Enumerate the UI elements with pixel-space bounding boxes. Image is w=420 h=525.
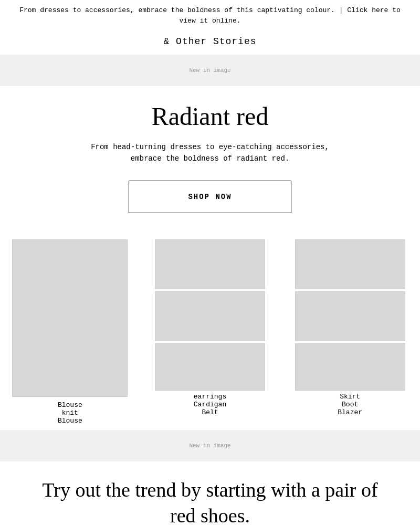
trend-section: Try out the trend by starting with a pai… bbox=[0, 461, 420, 525]
product-label-blouse: Blouse knit Blouse bbox=[58, 401, 82, 425]
product-col-2: earrings Cardigan Belt bbox=[140, 239, 280, 425]
new-in-label-2: New in image bbox=[189, 443, 230, 449]
hero-title: Radiant red bbox=[32, 102, 388, 131]
hero-section: Radiant red From head-turning dresses to… bbox=[0, 86, 420, 234]
product-label-skirt: Skirt Boot Blazer bbox=[338, 393, 362, 416]
top-banner: From dresses to accessories, embrace the… bbox=[0, 0, 420, 31]
new-in-label-1: New in image bbox=[189, 67, 230, 74]
banner-text: From dresses to accessories, embrace the… bbox=[19, 6, 335, 14]
logo-text: & Other Stories bbox=[163, 36, 256, 47]
product-label-earrings: earrings Cardigan Belt bbox=[194, 393, 226, 416]
new-in-banner-1: New in image bbox=[0, 55, 420, 86]
product-col-1: Blouse knit Blouse bbox=[0, 239, 140, 425]
trend-title: Try out the trend by starting with a pai… bbox=[32, 477, 388, 525]
product-tall-img-1[interactable] bbox=[12, 239, 128, 397]
product-img-boot[interactable] bbox=[295, 291, 405, 341]
logo-section: & Other Stories bbox=[0, 31, 420, 55]
banner-separator: | bbox=[339, 6, 348, 14]
product-img-belt[interactable] bbox=[155, 343, 265, 391]
shop-now-button[interactable]: SHOP NOW bbox=[129, 181, 291, 213]
product-img-cardigan[interactable] bbox=[155, 291, 265, 341]
hero-desc-line1: From head-turning dresses to eye-catchin… bbox=[91, 143, 329, 151]
product-img-blazer[interactable] bbox=[295, 343, 405, 391]
product-img-skirt[interactable] bbox=[295, 239, 405, 289]
product-col-3: Skirt Boot Blazer bbox=[280, 239, 420, 425]
hero-description: From head-turning dresses to eye-catchin… bbox=[32, 141, 388, 165]
new-in-banner-2: New in image bbox=[0, 430, 420, 461]
product-img-earrings[interactable] bbox=[155, 239, 265, 289]
hero-desc-line2: embrace the boldness of radiant red. bbox=[131, 154, 289, 163]
product-grid-1: Blouse knit Blouse earrings Cardigan Bel… bbox=[0, 234, 420, 430]
